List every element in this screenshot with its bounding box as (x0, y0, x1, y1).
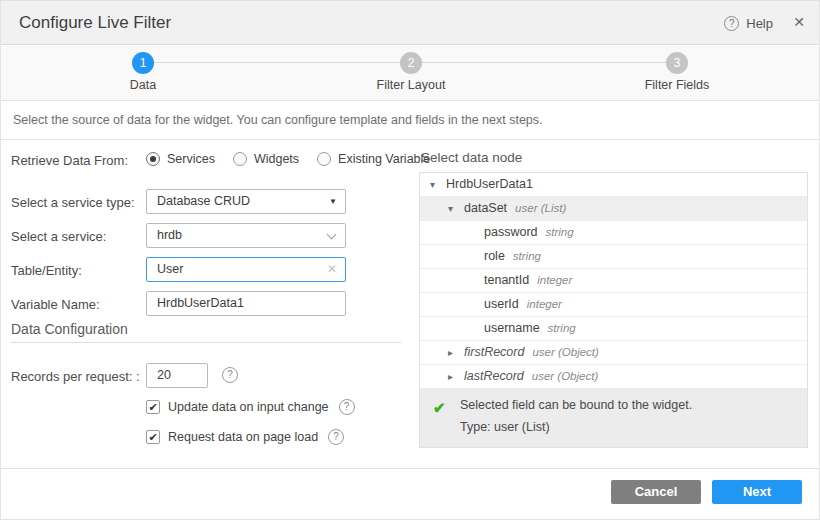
configure-live-filter-dialog: Configure Live Filter ? Help ✕ 1 2 3 Dat… (0, 0, 820, 520)
caret-right-icon[interactable]: ▸ (448, 365, 464, 388)
binding-status-box: ✔ Selected field can be bound to the wid… (420, 389, 807, 447)
section-divider (11, 342, 401, 343)
tree-row-userid[interactable]: userIdinteger (420, 293, 807, 317)
table-entity-value: User (157, 262, 183, 276)
tree-node-name: lastRecord (464, 369, 524, 383)
tree-row-firstrecord[interactable]: ▸firstRecorduser (Object) (420, 341, 807, 365)
tree-node-type: string (513, 250, 541, 262)
request-data-checkbox[interactable]: ✔ (146, 430, 160, 444)
step-1-circle[interactable]: 1 (132, 52, 154, 74)
data-configuration-heading: Data Configuration (11, 321, 128, 337)
tree-node-name: firstRecord (464, 345, 524, 359)
help-label: Help (746, 16, 773, 31)
records-per-request-label: Records per request: : (11, 369, 140, 384)
step-2-label: Filter Layout (341, 78, 481, 92)
service-type-select[interactable]: Database CRUD ▼ (146, 189, 346, 214)
tree-node-type: integer (527, 298, 562, 310)
tree-row-password[interactable]: passwordstring (420, 221, 807, 245)
records-help-icon[interactable]: ? (222, 367, 238, 383)
radio-widgets-label: Widgets (254, 152, 299, 166)
tree-node-name: HrdbUserData1 (446, 177, 533, 191)
close-icon[interactable]: ✕ (793, 1, 805, 44)
retrieve-data-from-radios: Services Widgets Existing Variable (146, 152, 430, 166)
tree-row-role[interactable]: rolestring (420, 245, 807, 269)
tree-node-type: string (546, 226, 574, 238)
table-entity-label: Table/Entity: (11, 263, 82, 278)
update-data-checkbox-row: ✔ Update data on input change ? (146, 399, 355, 415)
tree-node-name: role (484, 249, 505, 263)
request-data-checkbox-row: ✔ Request data on page load ? (146, 429, 344, 445)
service-type-label: Select a service type: (11, 195, 135, 210)
tree-row-lastrecord[interactable]: ▸lastRecorduser (Object) (420, 365, 807, 389)
variable-name-label: Variable Name: (11, 297, 100, 312)
tree-node-type: string (548, 322, 576, 334)
data-node-tree: ▾HrdbUserData1 ▾dataSetuser (List) passw… (419, 172, 808, 448)
caret-down-icon[interactable]: ▾ (448, 197, 464, 220)
tree-node-name: tenantId (484, 273, 529, 287)
cancel-button[interactable]: Cancel (611, 480, 701, 504)
step-description: Select the source of data for the widget… (1, 102, 819, 140)
tree-row-username[interactable]: usernamestring (420, 317, 807, 341)
radio-services-label: Services (167, 152, 215, 166)
update-data-label: Update data on input change (168, 400, 329, 414)
update-data-checkbox[interactable]: ✔ (146, 400, 160, 414)
tree-node-name: username (484, 321, 540, 335)
caret-down-icon[interactable]: ▾ (430, 173, 446, 196)
table-entity-input[interactable]: User ✕ (146, 257, 346, 282)
select-data-node-heading: Select data node (421, 150, 522, 165)
radio-existing-variable[interactable] (317, 152, 331, 166)
tree-node-type: user (Object) (532, 346, 598, 358)
help-button[interactable]: ? Help (724, 1, 773, 45)
titlebar: Configure Live Filter ? Help ✕ (1, 1, 819, 45)
service-value: hrdb (157, 228, 182, 242)
dropdown-arrow-icon: ▼ (329, 190, 337, 213)
footer-divider (1, 468, 819, 469)
variable-name-input[interactable]: HrdbUserData1 (146, 291, 346, 316)
tree-node-type: user (List) (515, 202, 566, 214)
dialog-title: Configure Live Filter (19, 1, 171, 44)
radio-existing-variable-label: Existing Variable (338, 152, 430, 166)
tree-row-tenantid[interactable]: tenantIdinteger (420, 269, 807, 293)
request-data-help-icon[interactable]: ? (328, 429, 344, 445)
success-check-icon: ✔ (433, 399, 446, 417)
request-data-label: Request data on page load (168, 430, 318, 444)
variable-name-value: HrdbUserData1 (157, 296, 244, 310)
next-button[interactable]: Next (712, 480, 802, 504)
binding-status-line1: Selected field can be bound to the widge… (460, 398, 692, 412)
tree-row-dataset[interactable]: ▾dataSetuser (List) (420, 197, 807, 221)
step-2-circle[interactable]: 2 (400, 52, 422, 74)
step-1-label: Data (73, 78, 213, 92)
tree-node-name: password (484, 225, 538, 239)
tree-node-type: integer (537, 274, 572, 286)
step-3-circle[interactable]: 3 (666, 52, 688, 74)
help-icon: ? (724, 16, 739, 31)
binding-status-line2: Type: user (List) (460, 420, 550, 434)
wizard-stepper: 1 2 3 Data Filter Layout Filter Fields (1, 46, 819, 101)
tree-node-type: user (Object) (532, 370, 598, 382)
retrieve-data-from-label: Retrieve Data From: (11, 153, 128, 168)
radio-widgets[interactable] (233, 152, 247, 166)
service-type-value: Database CRUD (157, 194, 250, 208)
tree-node-name: dataSet (464, 201, 507, 215)
caret-right-icon[interactable]: ▸ (448, 341, 464, 364)
tree-node-name: userId (484, 297, 519, 311)
records-per-request-input[interactable]: 20 (146, 363, 208, 388)
chevron-down-icon (327, 230, 337, 240)
update-data-help-icon[interactable]: ? (339, 399, 355, 415)
clear-icon[interactable]: ✕ (327, 258, 337, 281)
radio-services[interactable] (146, 152, 160, 166)
service-label: Select a service: (11, 229, 106, 244)
tree-row-hrdbuserdata1[interactable]: ▾HrdbUserData1 (420, 173, 807, 197)
service-select[interactable]: hrdb (146, 223, 346, 248)
records-per-request-value: 20 (157, 368, 171, 382)
step-3-label: Filter Fields (607, 78, 747, 92)
